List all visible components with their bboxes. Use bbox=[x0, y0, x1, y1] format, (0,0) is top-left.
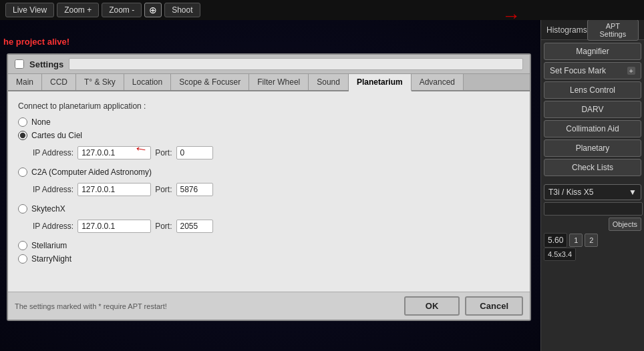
option-c2a: C2A (Computer Aided Astronomy) bbox=[18, 167, 520, 177]
settings-panel: Settings Main CCD T° & Sky Location Scop… bbox=[7, 53, 531, 321]
apt-settings-button[interactable]: APT Settings bbox=[587, 19, 639, 41]
focal-value: 5.60 bbox=[544, 233, 567, 248]
tab-filter-wheel[interactable]: Filter Wheel bbox=[249, 74, 309, 90]
right-panel: Histograms APT Settings Magnifier Set Fo… bbox=[540, 20, 644, 351]
live-view-button[interactable]: Live View bbox=[5, 3, 54, 17]
radio-group: None Cartes du Ciel IP Address: Port: C2… bbox=[18, 117, 520, 264]
settings-tabs: Main CCD T° & Sky Location Scope & Focus… bbox=[8, 74, 530, 91]
num1-button[interactable]: 1 bbox=[569, 234, 583, 247]
radio-cartes[interactable] bbox=[18, 131, 27, 140]
ip-input-skytechx[interactable] bbox=[77, 220, 151, 233]
label-cartes: Cartes du Ciel bbox=[31, 131, 82, 140]
port-input-c2a[interactable] bbox=[176, 183, 213, 196]
option-none: None bbox=[18, 117, 520, 127]
ip-input-cartes[interactable] bbox=[77, 146, 151, 159]
set-focus-mark-button[interactable]: Set Focus Mark + bbox=[544, 62, 641, 79]
tab-location[interactable]: Location bbox=[124, 74, 171, 90]
option-stellarium: Stellarium bbox=[18, 241, 520, 250]
right-panel-buttons: Magnifier Set Focus Mark + Lens Control … bbox=[541, 40, 644, 179]
label-skytechx: SkytechX bbox=[31, 204, 65, 214]
ip-row-skytechx: IP Address: Port: bbox=[33, 220, 520, 233]
crosshair-button[interactable]: ⊕ bbox=[144, 3, 162, 17]
radio-skytechx[interactable] bbox=[18, 204, 27, 214]
ok-button[interactable]: OK bbox=[404, 296, 460, 316]
port-label-c2a: Port: bbox=[155, 185, 172, 194]
ip-label-cartes: IP Address: bbox=[33, 148, 73, 157]
port-label-skytechx: Port: bbox=[155, 222, 172, 231]
camera-controls-row: ... Recalc+ bbox=[544, 202, 641, 216]
darv-button[interactable]: DARV bbox=[544, 101, 641, 118]
cancel-button[interactable]: Cancel bbox=[465, 296, 523, 316]
connect-label: Connect to planetarium application : bbox=[18, 101, 520, 111]
planetary-button[interactable]: Planetary bbox=[544, 139, 641, 157]
num2-button[interactable]: 2 bbox=[585, 234, 598, 247]
value-row-1: 5.60 1 2 bbox=[544, 233, 641, 248]
port-label-cartes: Port: bbox=[155, 148, 172, 157]
camera-value-input[interactable] bbox=[544, 202, 643, 216]
port-input-cartes[interactable] bbox=[176, 146, 213, 159]
set-focus-plus-badge: + bbox=[627, 67, 635, 75]
camera-model-label: T3i / Kiss X5 bbox=[548, 188, 593, 197]
camera-select-area: T3i / Kiss X5 ▼ ... Recalc+ Objects 5.60… bbox=[541, 182, 644, 262]
check-lists-button[interactable]: Check Lists bbox=[544, 159, 641, 176]
option-skytechx: SkytechX bbox=[18, 204, 520, 214]
settings-search-input[interactable] bbox=[69, 58, 523, 70]
label-none: None bbox=[31, 117, 51, 127]
tab-ccd[interactable]: CCD bbox=[42, 74, 76, 90]
histograms-label: Histograms bbox=[546, 25, 587, 35]
camera-dropdown[interactable]: T3i / Kiss X5 ▼ bbox=[544, 184, 641, 200]
lens-control-button[interactable]: Lens Control bbox=[544, 81, 641, 99]
ip-row-c2a: IP Address: Port: bbox=[33, 183, 520, 196]
settings-title: Settings bbox=[29, 59, 63, 69]
footer-note: The settings marked with * require APT r… bbox=[15, 302, 167, 310]
objects-button[interactable]: Objects bbox=[609, 218, 641, 231]
settings-content: Connect to planetarium application : Non… bbox=[8, 91, 530, 292]
label-stellarium: Stellarium bbox=[31, 241, 67, 250]
tab-planetarium[interactable]: Planetarium bbox=[349, 74, 412, 91]
settings-footer: The settings marked with * require APT r… bbox=[8, 292, 530, 320]
settings-checkbox[interactable] bbox=[15, 59, 24, 69]
settings-header: Settings bbox=[8, 55, 530, 74]
collimation-aid-button[interactable]: Collimation Aid bbox=[544, 120, 641, 137]
radio-none[interactable] bbox=[18, 117, 27, 127]
port-input-skytechx[interactable] bbox=[176, 220, 213, 233]
dropdown-arrow-icon: ▼ bbox=[629, 188, 637, 197]
footer-buttons: OK Cancel bbox=[404, 296, 523, 316]
label-c2a: C2A (Computer Aided Astronomy) bbox=[31, 167, 152, 177]
top-toolbar: Live View Zoom + Zoom - ⊕ Shoot bbox=[0, 0, 644, 20]
magnifier-button[interactable]: Magnifier bbox=[544, 43, 641, 60]
option-cartes: Cartes du Ciel bbox=[18, 131, 520, 140]
histograms-bar: Histograms APT Settings bbox=[541, 20, 644, 40]
radio-stellarium[interactable] bbox=[18, 241, 27, 250]
label-starrynite: StarryNight bbox=[31, 254, 71, 264]
ip-input-c2a[interactable] bbox=[77, 183, 151, 196]
ip-label-c2a: IP Address: bbox=[33, 185, 73, 194]
option-starrynite: StarryNight bbox=[18, 254, 520, 264]
ip-row-cartes: IP Address: Port: bbox=[33, 146, 520, 159]
tab-advanced[interactable]: Advanced bbox=[412, 74, 464, 90]
ip-label-skytechx: IP Address: bbox=[33, 222, 73, 231]
red-overlay-text: he project alive! bbox=[3, 37, 69, 47]
ratio-value: 4.5x3.4 bbox=[544, 248, 576, 261]
radio-starrynite[interactable] bbox=[18, 254, 27, 264]
set-focus-mark-label: Set Focus Mark bbox=[550, 66, 606, 75]
zoom-in-button[interactable]: Zoom + bbox=[57, 3, 99, 17]
tab-sound[interactable]: Sound bbox=[309, 74, 349, 90]
tab-main[interactable]: Main bbox=[8, 74, 42, 90]
tab-scope-focuser[interactable]: Scope & Focuser bbox=[171, 74, 249, 90]
zoom-out-button[interactable]: Zoom - bbox=[102, 3, 142, 17]
shoot-button[interactable]: Shoot bbox=[164, 3, 200, 17]
tab-t-sky[interactable]: T° & Sky bbox=[76, 74, 124, 90]
radio-c2a[interactable] bbox=[18, 167, 27, 177]
